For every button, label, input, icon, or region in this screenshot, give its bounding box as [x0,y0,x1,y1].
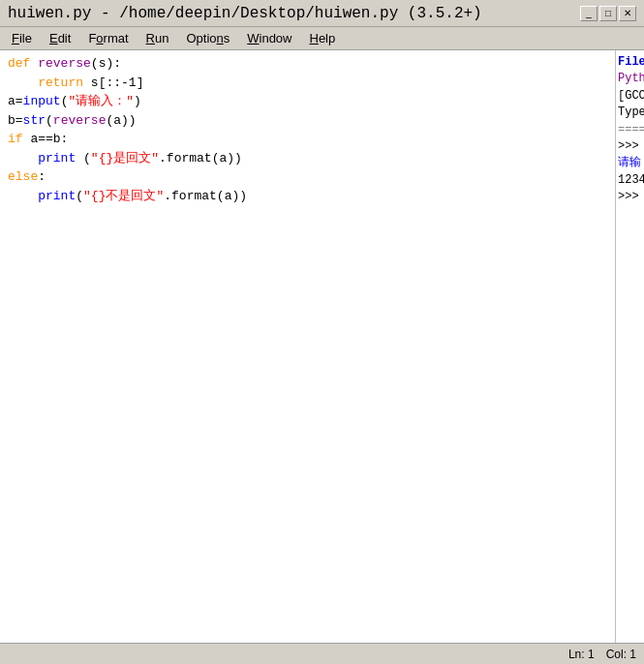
status-ln: Ln: 1 [568,648,595,661]
maximize-button[interactable]: □ [599,6,617,21]
code-line-2: return s[::-1] [8,74,607,93]
menu-format[interactable]: Format [80,29,136,47]
shell-line-9: >>> [618,189,642,205]
titlebar-title: huiwen.py - /home/deepin/Desktop/huiwen.… [8,5,482,22]
code-line-8: print("{}不是回文".format(a)) [8,187,607,206]
menu-run[interactable]: Run [138,29,177,47]
titlebar: huiwen.py - /home/deepin/Desktop/huiwen.… [0,0,644,27]
main-area: def reverse(s): return s[::-1] a=input("… [0,50,644,643]
menu-edit[interactable]: Edit [42,29,78,47]
shell-line-6: >>> [618,138,642,155]
code-line-3: a=input("请输入：") [8,92,607,111]
menu-help[interactable]: Help [301,29,343,47]
code-line-1: def reverse(s): [8,54,607,74]
code-line-7: else: [8,167,607,187]
close-button[interactable]: ✕ [619,6,636,21]
shell-line-2: Pyth [618,71,642,87]
titlebar-controls: _ □ ✕ [580,6,636,21]
menu-file[interactable]: File [4,29,40,47]
shell-line-1: File [618,54,642,71]
menubar: File Edit Format Run Options Window Help [0,27,644,50]
minimize-button[interactable]: _ [580,6,598,21]
shell-line-7: 请输 [618,155,642,171]
shell-line-8: 1234 [618,172,642,189]
shell-line-4: Type [618,105,642,121]
code-editor[interactable]: def reverse(s): return s[::-1] a=input("… [0,50,615,643]
shell-panel: File Pyth [GCC Type ==== >>> 请输 1234 >>> [615,50,644,643]
menu-options[interactable]: Options [178,29,237,47]
statusbar: Ln: 1 Col: 1 [0,643,644,664]
menu-window[interactable]: Window [239,29,299,47]
shell-content: File Pyth [GCC Type ==== >>> 请输 1234 >>> [616,50,644,210]
shell-line-5: ==== [618,122,642,138]
code-line-4: b=str(reverse(a)) [8,111,607,131]
code-line-5: if a==b: [8,130,607,149]
code-line-6: print ("{}是回文".format(a)) [8,149,607,168]
status-col: Col: 1 [606,648,636,661]
shell-line-3: [GCC [618,88,642,105]
